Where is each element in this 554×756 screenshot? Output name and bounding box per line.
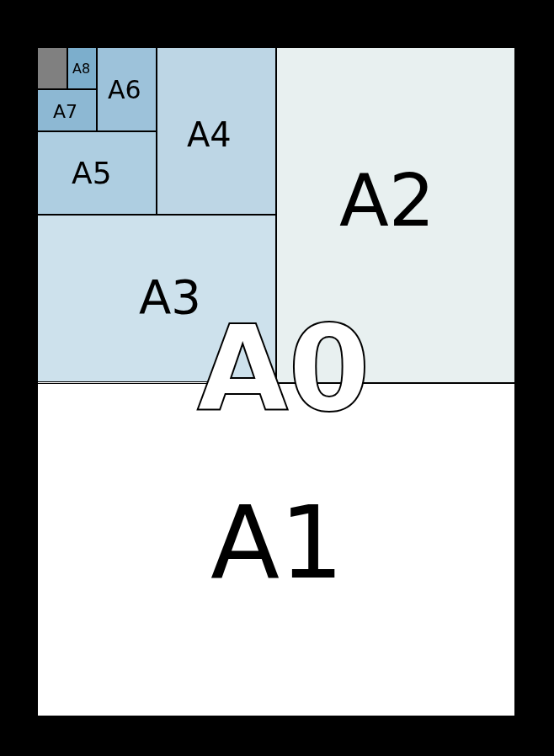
a8-label: A8 bbox=[72, 62, 90, 76]
a6-label: A6 bbox=[108, 77, 141, 103]
a5-label: A5 bbox=[72, 158, 112, 189]
a2-label: A2 bbox=[339, 164, 435, 237]
paper-size-diagram: A0 A1 A2 A3 A4 A5 A6 A7 A8 bbox=[0, 0, 554, 756]
a4-label: A4 bbox=[187, 118, 232, 152]
a7-label: A7 bbox=[53, 103, 77, 121]
a9-unlabeled-box bbox=[37, 47, 67, 89]
a1-label: A1 bbox=[210, 492, 344, 594]
a3-label: A3 bbox=[139, 274, 201, 321]
a0-label: A0 bbox=[197, 311, 370, 429]
